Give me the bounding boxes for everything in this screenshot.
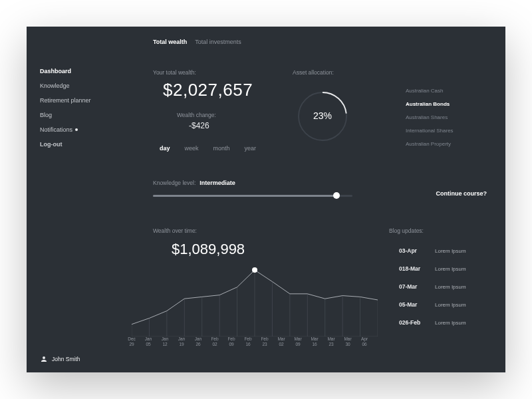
knowledge-slider[interactable] (153, 193, 352, 198)
blog-item[interactable]: 05-MarLorem Ipsum (399, 301, 466, 308)
knowledge-level-label: Knowledge level: (153, 180, 196, 186)
content-tabs: Total wealth Total investments (153, 39, 241, 45)
blog-item-date: 05-Mar (399, 301, 424, 308)
wealth-change-value: -$426 (189, 121, 209, 130)
period-selector: day week month year (160, 145, 256, 152)
chart-marker-icon (252, 267, 257, 273)
axis-tick: Jan12 (158, 336, 172, 347)
sidebar-item-logout[interactable]: Log-out (40, 141, 126, 148)
axis-tick: Mar30 (341, 336, 354, 347)
axis-tick: Mar02 (275, 336, 288, 347)
blog-item-title: Lorem Ipsum (435, 284, 466, 290)
asset-allocation-percent: 23% (293, 110, 352, 121)
wealth-over-time-value: $1,089,998 (172, 241, 245, 258)
axis-tick: Mar09 (291, 336, 305, 347)
asset-allocation-label: Asset allocation: (293, 69, 334, 76)
sidebar-nav: Dashboard Knowledge Retirement planner B… (40, 68, 126, 148)
app-frame: Dashboard Knowledge Retirement planner B… (27, 27, 505, 372)
tab-total-investments[interactable]: Total investments (195, 39, 241, 45)
axis-tick: Feb23 (258, 336, 271, 347)
asset-allocation-legend: Australian Cash Australian Bonds Austral… (406, 88, 454, 147)
legend-item-australian-shares[interactable]: Australian Shares (406, 114, 454, 120)
period-day[interactable]: day (160, 145, 170, 152)
knowledge-level-row: Knowledge level: Intermediate (153, 180, 235, 186)
sidebar-item-knowledge[interactable]: Knowledge (40, 82, 126, 89)
continue-course-link[interactable]: Continue course? (436, 190, 487, 197)
blog-updates-list: 03-AprLorem Ipsum018-MarLorem Ipsum07-Ma… (399, 247, 466, 326)
period-year[interactable]: year (245, 145, 257, 152)
current-user-name: John Smith (52, 356, 80, 362)
blog-item-date: 07-Mar (399, 283, 424, 290)
legend-item-australian-cash[interactable]: Australian Cash (406, 88, 454, 94)
axis-tick: Apr06 (358, 336, 371, 347)
axis-tick: Jan26 (192, 336, 205, 347)
axis-tick: Feb09 (225, 336, 238, 347)
blog-item-title: Lorem Ipsum (435, 266, 466, 272)
axis-tick: Feb02 (208, 336, 221, 347)
wealth-over-time-label: Wealth over time: (153, 227, 197, 234)
blog-item[interactable]: 026-FebLorem Ipsum (399, 319, 466, 326)
legend-item-australian-property[interactable]: Australian Property (406, 141, 454, 147)
axis-tick: Jan19 (175, 336, 188, 347)
period-month[interactable]: month (213, 145, 230, 152)
blog-item[interactable]: 03-AprLorem Ipsum (399, 247, 466, 254)
blog-item[interactable]: 07-MarLorem Ipsum (399, 283, 466, 290)
period-week[interactable]: week (185, 145, 199, 152)
legend-item-international-shares[interactable]: International Shares (406, 128, 454, 134)
blog-item-date: 026-Feb (399, 319, 424, 326)
blog-item-title: Lorem Ipsum (435, 302, 466, 308)
sidebar-item-notifications[interactable]: Notifications (40, 126, 126, 133)
blog-item[interactable]: 018-MarLorem Ipsum (399, 265, 466, 272)
blog-updates-label: Blog updates: (389, 227, 424, 234)
user-icon (40, 355, 48, 363)
slider-thumb[interactable] (333, 192, 340, 199)
wealth-change-label: Wealth change: (177, 112, 216, 118)
sidebar-item-blog[interactable]: Blog (40, 112, 126, 118)
blog-item-date: 018-Mar (399, 265, 424, 272)
legend-item-australian-bonds[interactable]: Australian Bonds (406, 101, 454, 107)
notification-badge-icon (75, 128, 78, 131)
wealth-over-time-chart (132, 263, 378, 336)
blog-item-date: 03-Apr (399, 247, 424, 254)
tab-total-wealth[interactable]: Total wealth (153, 39, 187, 45)
axis-tick: Dec29 (125, 336, 138, 347)
blog-item-title: Lorem Ipsum (435, 320, 466, 326)
total-wealth-label: Your total wealth: (153, 69, 196, 76)
axis-tick: Feb16 (241, 336, 255, 347)
slider-fill (153, 195, 336, 197)
axis-tick: Mar16 (308, 336, 321, 347)
total-wealth-value: $2,027,657 (163, 80, 253, 100)
current-user[interactable]: John Smith (40, 355, 80, 363)
wealth-over-time-axis: Dec29Jan05Jan12Jan19Jan26Feb02Feb09Feb16… (132, 336, 378, 347)
sidebar-item-retirement-planner[interactable]: Retirement planner (40, 97, 126, 104)
sidebar-item-dashboard[interactable]: Dashboard (40, 68, 126, 74)
knowledge-level-value: Intermediate (200, 180, 235, 186)
axis-tick: Mar23 (325, 336, 338, 347)
axis-tick: Jan05 (142, 336, 155, 347)
blog-item-title: Lorem Ipsum (435, 248, 466, 254)
